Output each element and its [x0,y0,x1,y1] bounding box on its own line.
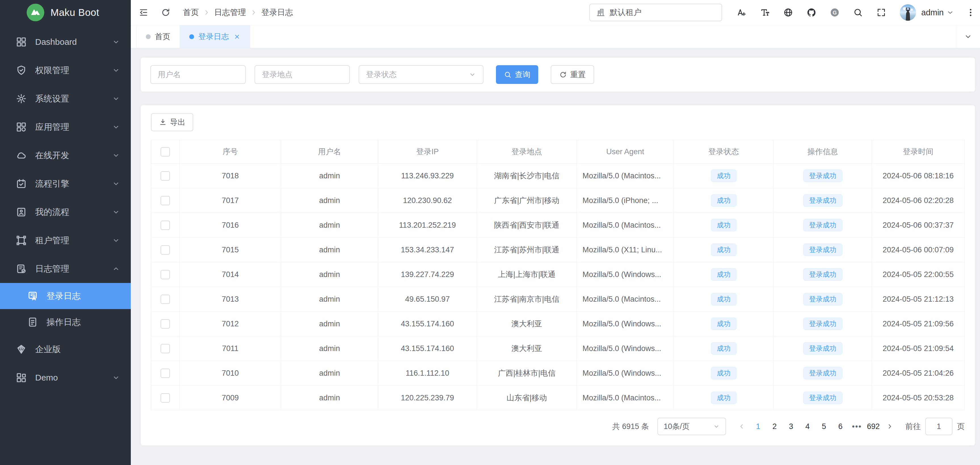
operation-info-badge: 登录成功 [803,317,842,330]
goto-label: 前往 [905,421,921,432]
reset-button-label: 重置 [570,70,585,80]
table-row: 7012admin43.155.174.160澳大利亚Mozilla/5.0 (… [151,312,965,336]
tab-close-icon[interactable] [234,33,240,40]
column-header: 登录地点 [477,140,577,163]
select-all-checkbox[interactable] [161,147,170,157]
breadcrumb-item: 登录日志 [261,7,293,18]
cell-login-time: 2024-05-06 00:07:09 [872,238,965,262]
table-row: 7017admin120.230.90.62广东省|广州市|移动Mozilla/… [151,188,965,213]
login-status-badge: 成功 [711,219,737,232]
sidebar-item-my-flow[interactable]: 我的流程 [0,198,131,226]
sidebar-item-op-log[interactable]: 操作日志 [0,309,131,335]
cell-login-location: 江苏省|南京市|电信 [477,287,577,312]
user-caret-down-icon[interactable] [947,9,954,16]
login-status-badge: 成功 [711,194,737,207]
page-number-5[interactable]: 5 [816,417,832,435]
goto-page-input[interactable] [925,417,953,435]
table-row: 7013admin49.65.150.97江苏省|南京市|电信Mozilla/5… [151,287,965,312]
row-checkbox[interactable] [161,368,170,378]
pagination: 共 6915 条10条/页123456•••692前往页 [151,417,965,435]
tab-label: 首页 [155,32,170,42]
page-size-select[interactable]: 10条/页 [657,417,726,435]
submenu-log: 登录日志操作日志 [0,283,131,335]
search-icon [504,71,515,79]
search-icon [853,8,863,17]
row-checkbox[interactable] [161,221,170,230]
sidebar-item-permission[interactable]: 权限管理 [0,56,131,84]
tabs-dropdown-button[interactable] [956,25,980,48]
cell-username: admin [281,238,378,262]
fullscreen-icon[interactable] [877,8,886,17]
tab-label: 登录日志 [198,32,229,42]
github-icon[interactable] [807,8,816,17]
breadcrumb-item[interactable]: 首页 [183,7,199,18]
avatar[interactable] [900,4,916,21]
font-size-icon[interactable] [760,8,770,17]
chev-down-icon [713,423,720,430]
sidebar-item-demo[interactable]: Demo [0,363,131,392]
row-checkbox[interactable] [161,319,170,329]
username-input[interactable] [150,65,246,84]
sidebar-item-online-dev[interactable]: 在线开发 [0,141,131,170]
header-left: 首页日志管理登录日志 [139,7,293,18]
tab-login-log[interactable]: 登录日志 [180,25,250,48]
sidebar-item-apps[interactable]: 应用管理 [0,113,131,141]
row-checkbox[interactable] [161,270,170,279]
table-row: 7011admin43.155.174.160澳大利亚Mozilla/5.0 (… [151,336,965,361]
row-checkbox[interactable] [161,344,170,353]
row-checkbox[interactable] [161,245,170,255]
chev-down-icon [112,374,120,382]
search-icon[interactable] [853,8,863,17]
reset-button[interactable]: 重置 [551,65,594,84]
page-number-4[interactable]: 4 [799,417,816,435]
collapse-icon [139,8,148,17]
row-checkbox[interactable] [161,171,170,181]
gitee-icon[interactable]: G [830,8,840,17]
refresh-icon[interactable] [161,8,170,17]
cell-user-agent: Mozilla/5.0 (iPhone; ... [577,188,674,213]
login-location-input[interactable] [255,65,350,84]
sidebar-item-dashboard[interactable]: Dashboard [0,28,131,56]
app-logo[interactable]: Maku Boot [0,0,131,25]
tab-home[interactable]: 首页 [136,25,180,48]
prev-page-button[interactable] [733,417,750,435]
globe-icon [783,8,793,17]
cell-login-time: 2024-05-05 21:04:26 [872,361,965,386]
column-header: 序号 [180,140,281,163]
sidebar-item-flow-engine[interactable]: 流程引擎 [0,170,131,198]
sidebar-item-login-log[interactable]: 登录日志 [0,283,131,309]
export-button[interactable]: 导出 [151,113,193,131]
row-checkbox[interactable] [161,295,170,304]
my-flow-icon [16,207,27,217]
pagination-ellipsis[interactable]: ••• [849,422,865,431]
translate-icon[interactable] [737,8,746,17]
globe-icon[interactable] [783,8,793,17]
tenant-select[interactable]: 默认租户 [589,4,722,21]
breadcrumb-item[interactable]: 日志管理 [214,7,246,18]
user-name[interactable]: admin [921,8,944,17]
cell-login-location: 澳大利亚 [477,312,577,336]
sidebar-item-enterprise[interactable]: 企业版 [0,335,131,363]
page-number-2[interactable]: 2 [766,417,783,435]
more-settings-icon[interactable] [966,8,975,17]
collapse-sidebar-icon[interactable] [139,8,148,17]
cell-no: 7012 [180,312,281,336]
login-status-select[interactable]: 登录状态 [359,65,484,84]
query-button[interactable]: 查询 [496,65,538,84]
page-number-692[interactable]: 692 [865,417,881,435]
sidebar-item-log[interactable]: 日志管理 [0,255,131,283]
page-number-3[interactable]: 3 [783,417,799,435]
tabs: 首页登录日志 [131,25,956,48]
row-checkbox[interactable] [161,393,170,403]
row-checkbox[interactable] [161,196,170,205]
column-header: 登录时间 [872,140,965,163]
sidebar-item-system[interactable]: 系统设置 [0,84,131,113]
sidebar-item-tenant[interactable]: 租户管理 [0,226,131,255]
next-page-button[interactable] [881,417,898,435]
page-number-1[interactable]: 1 [750,417,766,435]
flow-icon [16,178,27,189]
cell-no: 7016 [180,213,281,238]
cell-login-ip: 113.201.252.219 [378,213,477,238]
page-number-6[interactable]: 6 [832,417,849,435]
cell-no: 7018 [180,163,281,188]
